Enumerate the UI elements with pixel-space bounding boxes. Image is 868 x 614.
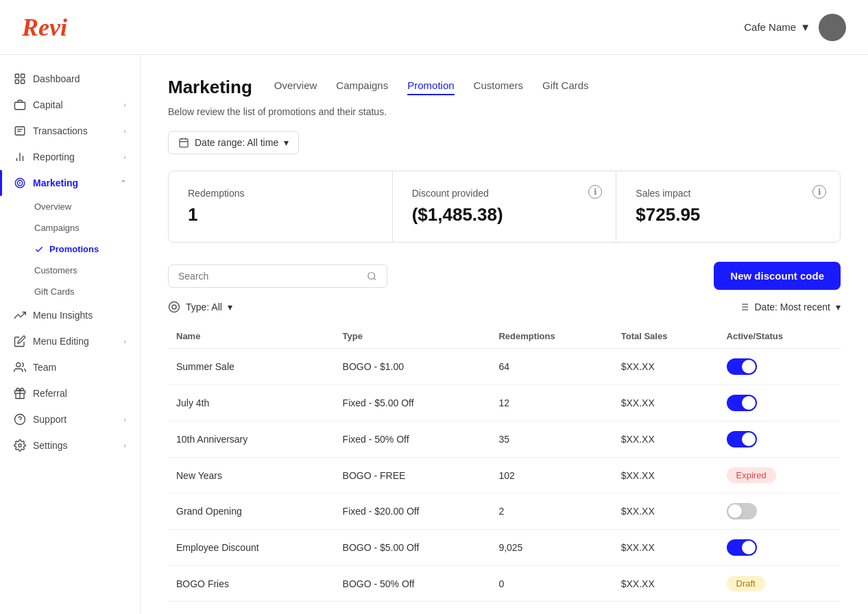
cell-total-sales: $XX.XX (613, 349, 719, 385)
toggle-on[interactable] (727, 358, 757, 375)
cell-redemptions: 2 (490, 493, 612, 530)
sidebar-capital-label: Capital (33, 99, 63, 110)
search-box (168, 265, 387, 288)
sales-value: $725.95 (636, 204, 821, 225)
search-input[interactable] (178, 271, 360, 282)
sidebar-referral-label: Referral (33, 388, 67, 399)
sidebar-support-label: Support (33, 414, 67, 425)
toggle-on[interactable] (727, 539, 757, 556)
col-header-total-sales: Total Sales (613, 324, 719, 349)
cell-name: 10th Anniversary (168, 421, 335, 458)
cell-type: Fixed - $20.00 Off (335, 493, 491, 530)
page-subtitle: Below review the list of promotions and … (168, 106, 841, 117)
filter-row: Type: All ▾ Date: Most recent ▾ (168, 301, 841, 313)
svg-point-13 (19, 182, 21, 184)
cell-name: July 4th (168, 385, 335, 421)
cell-total-sales: $XX.XX (613, 385, 719, 421)
cell-status: Draft (719, 566, 841, 602)
svg-point-23 (368, 272, 375, 279)
status-badge-draft: Draft (727, 576, 765, 591)
reporting-chevron: › (123, 153, 126, 161)
tab-campaigns[interactable]: Campaigns (336, 79, 388, 95)
sidebar-item-menu-editing[interactable]: Menu Editing › (0, 328, 140, 354)
cell-redemptions: 102 (490, 458, 612, 493)
cell-status: Expired (719, 458, 841, 493)
sidebar-item-team[interactable]: Team (0, 354, 140, 380)
cafe-name-dropdown[interactable]: Cafe Name ▼ (744, 21, 810, 33)
sidebar-item-reporting[interactable]: Reporting › (0, 144, 140, 170)
dropdown-icon: ▼ (800, 21, 810, 33)
cell-type: BOGO - $5.00 Off (335, 530, 491, 566)
date-range-button[interactable]: Date range: All time ▾ (168, 131, 299, 154)
status-badge-expired: Expired (727, 467, 776, 483)
sales-label: Sales impact (636, 188, 821, 199)
capital-chevron: › (123, 101, 126, 109)
svg-rect-4 (15, 102, 25, 110)
cell-type: Fixed - $5.00 Off (335, 385, 491, 421)
stat-card-redemptions: Redemptions 1 (169, 171, 393, 242)
redemptions-value: 1 (188, 204, 373, 225)
sidebar-sub-promotions[interactable]: Promotions (34, 238, 140, 260)
sidebar-reporting-label: Reporting (33, 151, 75, 162)
sidebar-sub-customers[interactable]: Customers (34, 260, 140, 281)
table-row: July 4th Fixed - $5.00 Off 12 $XX.XX (168, 385, 841, 421)
tab-customers[interactable]: Customers (474, 79, 524, 95)
sidebar-team-label: Team (33, 362, 56, 373)
sidebar: Dashboard Capital › Transactions › Repor… (0, 55, 141, 614)
type-filter-chevron: ▾ (228, 302, 232, 312)
header-right: Cafe Name ▼ (744, 14, 846, 41)
header: Revi Cafe Name ▼ (0, 0, 868, 55)
sidebar-item-menu-insights[interactable]: Menu Insights (0, 302, 140, 328)
sidebar-item-transactions[interactable]: Transactions › (0, 118, 140, 144)
toggle-off[interactable] (727, 503, 757, 519)
cell-status (719, 349, 841, 385)
table-container: Name Type Redemptions Total Sales Active… (168, 324, 841, 602)
svg-point-16 (15, 415, 25, 425)
avatar[interactable] (819, 14, 846, 41)
sidebar-sub-campaigns[interactable]: Campaigns (34, 217, 140, 238)
marketing-chevron: ⌃ (120, 179, 126, 188)
tab-overview[interactable]: Overview (274, 79, 317, 95)
sidebar-item-referral[interactable]: Referral (0, 380, 140, 406)
svg-rect-19 (180, 139, 188, 147)
tab-promotion[interactable]: Promotion (407, 79, 454, 95)
sidebar-item-marketing[interactable]: Marketing ⌃ (0, 170, 140, 196)
type-filter-button[interactable]: Type: All ▾ (168, 301, 232, 313)
table-row: BOGO Fries BOGO - 50% Off 0 $XX.XX Draft (168, 566, 841, 602)
toolbar: New discount code (168, 262, 841, 290)
table-row: Employee Discount BOGO - $5.00 Off 9,025… (168, 530, 841, 566)
sidebar-item-dashboard[interactable]: Dashboard (0, 66, 140, 92)
svg-point-18 (19, 444, 22, 447)
menu-editing-chevron: › (123, 337, 126, 345)
date-range-chevron: ▾ (284, 137, 289, 148)
sidebar-sub-gift-cards[interactable]: Gift Cards (34, 281, 140, 302)
toggle-on[interactable] (727, 431, 757, 447)
cell-total-sales: $XX.XX (613, 421, 719, 458)
sidebar-item-settings[interactable]: Settings › (0, 432, 140, 458)
sidebar-sub-overview[interactable]: Overview (34, 196, 140, 217)
sidebar-item-support[interactable]: Support › (0, 406, 140, 432)
new-discount-button[interactable]: New discount code (714, 262, 841, 290)
cell-name: Summer Sale (168, 349, 335, 385)
sales-info-icon[interactable]: ℹ (812, 185, 826, 199)
stats-row: Redemptions 1 Discount provided ($1,485.… (168, 171, 841, 243)
sidebar-item-capital[interactable]: Capital › (0, 92, 140, 118)
date-filter-button[interactable]: Date: Most recent ▾ (738, 302, 841, 312)
col-header-redemptions: Redemptions (490, 324, 612, 349)
cell-redemptions: 35 (490, 421, 612, 458)
discount-label: Discount provided (412, 188, 597, 199)
tab-gift-cards[interactable]: Gift Cards (542, 79, 589, 95)
settings-chevron: › (123, 441, 126, 450)
date-filter-chevron: ▾ (836, 302, 841, 312)
logo: Revi (22, 13, 67, 42)
sidebar-marketing-sub: Overview Campaigns Promotions Customers … (0, 196, 140, 302)
support-chevron: › (123, 415, 126, 423)
cell-total-sales: $XX.XX (613, 493, 719, 530)
cell-status (719, 385, 841, 421)
tabs-nav: Overview Campaigns Promotion Customers G… (274, 79, 589, 95)
cell-total-sales: $XX.XX (613, 530, 719, 566)
table-row: New Years BOGO - FREE 102 $XX.XX Expired (168, 458, 841, 493)
discount-info-icon[interactable]: ℹ (588, 185, 602, 199)
toggle-on[interactable] (727, 395, 757, 411)
col-header-type: Type (335, 324, 491, 349)
